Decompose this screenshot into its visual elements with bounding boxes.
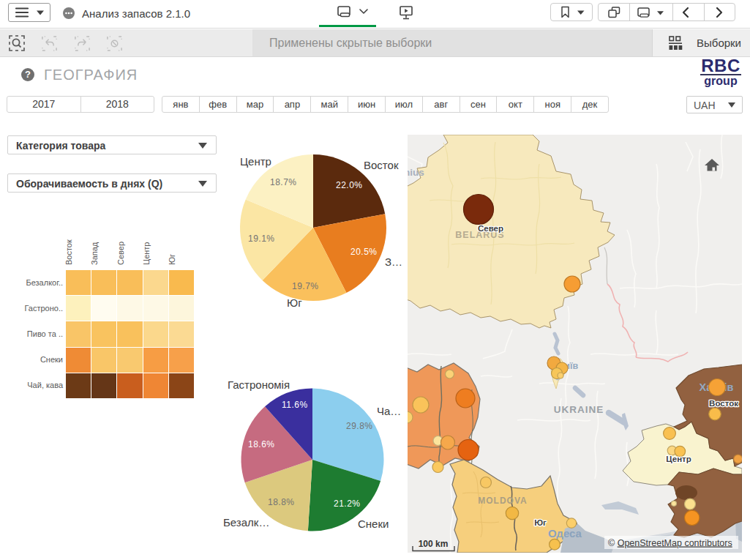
- svg-text:Юг: Юг: [534, 518, 547, 527]
- svg-text:Север: Север: [478, 224, 503, 233]
- svg-text:Одеса: Одеса: [548, 527, 582, 540]
- svg-text:11.6%: 11.6%: [282, 400, 308, 410]
- svg-text:Снеки: Снеки: [358, 518, 389, 530]
- svg-text:nius: nius: [408, 167, 424, 178]
- svg-text:20.5%: 20.5%: [350, 247, 378, 257]
- svg-text:MOLDOVA: MOLDOVA: [478, 496, 527, 506]
- svg-text:22.0%: 22.0%: [336, 180, 363, 190]
- svg-text:18.6%: 18.6%: [248, 439, 275, 449]
- svg-text:Ча…: Ча…: [377, 405, 401, 417]
- svg-text:Восток: Восток: [364, 159, 399, 171]
- svg-text:Безалк…: Безалк…: [223, 516, 269, 529]
- svg-text:© OpenStreetMap contributors: © OpenStreetMap contributors: [608, 538, 732, 548]
- svg-text:Центр: Центр: [240, 155, 271, 168]
- svg-text:UKRAINE: UKRAINE: [554, 404, 604, 415]
- svg-text:18.8%: 18.8%: [268, 497, 295, 507]
- svg-text:З…: З…: [385, 255, 402, 268]
- svg-text:19.7%: 19.7%: [292, 281, 319, 291]
- svg-text:Восток: Восток: [709, 399, 738, 408]
- svg-text:18.7%: 18.7%: [270, 177, 297, 187]
- svg-text:Гастрономія: Гастрономія: [228, 378, 290, 391]
- svg-text:21.2%: 21.2%: [334, 499, 361, 509]
- svg-text:19.1%: 19.1%: [248, 234, 275, 244]
- svg-text:Центр: Центр: [666, 455, 691, 463]
- svg-text:Юг: Юг: [287, 296, 302, 309]
- svg-text:29.8%: 29.8%: [346, 421, 373, 431]
- svg-text:100 km: 100 km: [419, 539, 449, 549]
